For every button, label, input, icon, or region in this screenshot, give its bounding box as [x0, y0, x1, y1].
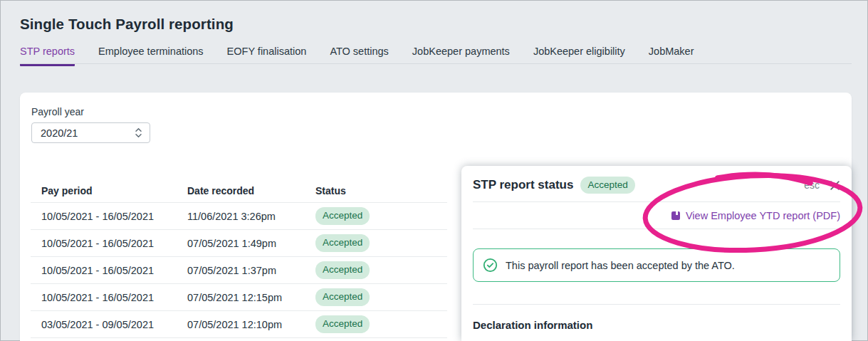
- tab-bar-divider: [20, 63, 852, 64]
- status-badge: Accepted: [580, 177, 634, 194]
- close-icon: [830, 180, 840, 191]
- esc-hint-label: esc: [804, 179, 820, 191]
- declaration-heading: Declaration information: [473, 319, 840, 331]
- report-link-row: View Employee YTD report (PDF): [473, 202, 840, 229]
- pay-period-cell: 10/05/2021 - 16/05/2021: [31, 238, 187, 249]
- status-badge: Accepted: [315, 288, 370, 306]
- date-recorded-cell: 07/05/2021 1:49pm: [187, 238, 315, 249]
- pay-period-cell: 10/05/2021 - 16/05/2021: [31, 265, 187, 276]
- table-header-row: Pay period Date recorded Status: [31, 179, 447, 203]
- pay-periods-table: Pay period Date recorded Status 10/05/20…: [31, 179, 447, 338]
- date-recorded-cell: 07/05/2021 12:10pm: [187, 319, 315, 330]
- section-divider: [473, 304, 840, 305]
- table-row[interactable]: 10/05/2021 - 16/05/2021 07/05/2021 1:49p…: [31, 230, 447, 257]
- date-recorded-cell: 07/05/2021 12:15pm: [187, 292, 315, 303]
- date-recorded-cell: 11/06/2021 3:26pm: [187, 211, 315, 222]
- status-badge: Accepted: [315, 315, 370, 333]
- tab-eofy-finalisation[interactable]: EOFY finalisation: [227, 43, 307, 63]
- panel-title: STP report status: [473, 178, 573, 192]
- date-recorded-cell: 07/05/2021 1:37pm: [187, 265, 315, 276]
- tab-jobkeeper-payments[interactable]: JobKeeper payments: [412, 43, 510, 63]
- payroll-year-label: Payroll year: [31, 106, 84, 117]
- tab-employee-terminations[interactable]: Employee terminations: [98, 43, 204, 63]
- close-button[interactable]: [830, 180, 840, 191]
- tab-ato-settings[interactable]: ATO settings: [330, 43, 388, 63]
- panel-header: STP report status Accepted esc: [473, 166, 840, 202]
- stp-reporting-page: Single Touch Payroll reporting STP repor…: [0, 0, 868, 341]
- status-badge: Accepted: [315, 234, 370, 252]
- table-row[interactable]: 10/05/2021 - 16/05/2021 07/05/2021 12:15…: [31, 284, 447, 311]
- column-header-status: Status: [315, 185, 447, 202]
- status-badge: Accepted: [315, 261, 370, 279]
- tab-bar: STP reports Employee terminations EOFY f…: [20, 43, 694, 63]
- table-row[interactable]: 10/05/2021 - 16/05/2021 11/06/2021 3:26p…: [31, 203, 447, 230]
- pdf-document-icon: [671, 211, 681, 221]
- view-ytd-report-link[interactable]: View Employee YTD report (PDF): [686, 210, 840, 221]
- chevron-up-down-icon: [135, 127, 142, 139]
- alert-message: This payroll report has been accepted by…: [506, 260, 735, 271]
- pay-period-cell: 03/05/2021 - 09/05/2021: [31, 319, 187, 330]
- pay-period-cell: 10/05/2021 - 16/05/2021: [31, 292, 187, 303]
- tab-jobmaker[interactable]: JobMaker: [649, 43, 694, 63]
- table-row[interactable]: 03/05/2021 - 09/05/2021 07/05/2021 12:10…: [31, 311, 447, 338]
- ato-accepted-alert: This payroll report has been accepted by…: [473, 248, 840, 282]
- check-circle-icon: [483, 258, 498, 273]
- page-title: Single Touch Payroll reporting: [20, 16, 234, 33]
- stp-report-status-panel: STP report status Accepted esc View Empl…: [461, 166, 852, 341]
- column-header-pay-period: Pay period: [31, 185, 187, 202]
- pay-period-cell: 10/05/2021 - 16/05/2021: [31, 211, 187, 222]
- status-badge: Accepted: [315, 207, 370, 225]
- column-header-date-recorded: Date recorded: [187, 185, 315, 202]
- tab-jobkeeper-eligibility[interactable]: JobKeeper eligibility: [533, 43, 625, 63]
- table-row[interactable]: 10/05/2021 - 16/05/2021 07/05/2021 1:37p…: [31, 257, 447, 284]
- tab-stp-reports[interactable]: STP reports: [20, 43, 75, 63]
- payroll-year-select[interactable]: 2020/21: [31, 122, 150, 143]
- payroll-year-value: 2020/21: [41, 127, 78, 139]
